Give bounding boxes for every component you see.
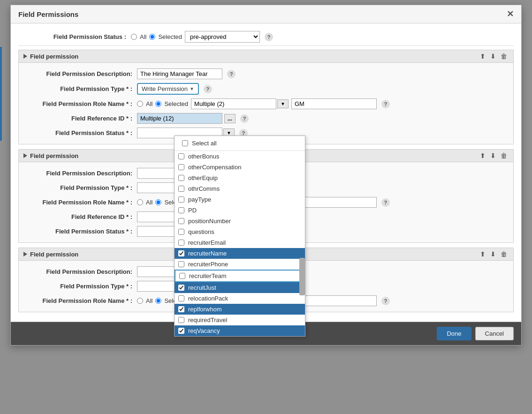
scrollbar-thumb[interactable] bbox=[299, 258, 305, 295]
dropdown-item-label: replforwhom bbox=[188, 306, 222, 313]
dropdown-item-checkbox[interactable] bbox=[178, 186, 184, 192]
dropdown-item-label: othrComms bbox=[188, 185, 220, 192]
section-1-type-help-icon[interactable]: ? bbox=[204, 85, 212, 93]
section-2-down-btn[interactable]: ⬇ bbox=[489, 152, 497, 159]
section-1-role-help-icon[interactable]: ? bbox=[381, 100, 390, 108]
dropdown-item[interactable]: replforwhom bbox=[175, 304, 305, 315]
dropdown-item-checkbox[interactable] bbox=[178, 218, 184, 224]
section-1-role-radio-selected-label: Selected bbox=[164, 100, 188, 107]
dropdown-item[interactable]: recruitJust bbox=[175, 282, 305, 293]
section-2-description-label: Field Permission Description: bbox=[24, 170, 137, 177]
section-1-delete-btn[interactable]: 🗑 bbox=[499, 53, 509, 60]
dropdown-item[interactable]: recruiterEmail bbox=[175, 237, 305, 248]
dropdown-item[interactable]: recruiterTeam bbox=[175, 270, 305, 282]
close-button[interactable]: ✕ bbox=[507, 9, 514, 19]
dropdown-item-checkbox[interactable] bbox=[178, 250, 184, 256]
dropdown-item-checkbox[interactable] bbox=[178, 261, 184, 267]
dropdown-item[interactable]: otherBonus bbox=[175, 151, 305, 162]
section-1-type-value: Write Permission ▼ ? bbox=[137, 83, 508, 95]
dropdown-item[interactable]: recruiterPhone bbox=[175, 259, 305, 270]
section-1-role-label: Field Permission Role Name * : bbox=[24, 100, 137, 107]
dropdown-item[interactable]: otherEquip bbox=[175, 173, 305, 183]
section-3-role-radio-selected[interactable] bbox=[155, 298, 161, 304]
dropdown-item[interactable]: questions bbox=[175, 226, 305, 237]
dropdown-item-checkbox[interactable] bbox=[178, 317, 184, 323]
section-1-role-radio-all[interactable] bbox=[137, 101, 143, 107]
section-1-type-label: Field Permission Type * : bbox=[24, 85, 137, 92]
left-accent-bar bbox=[0, 47, 2, 141]
section-1-role-dropdown-arrow-btn[interactable]: ▼ bbox=[277, 99, 289, 108]
dropdown-item-checkbox[interactable] bbox=[178, 153, 184, 159]
select-all-item[interactable]: Select all bbox=[178, 138, 301, 149]
dropdown-item[interactable]: PD bbox=[175, 205, 305, 216]
section-1-down-btn[interactable]: ⬇ bbox=[489, 53, 497, 60]
section-1-description-row: Field Permission Description: ? bbox=[24, 67, 508, 81]
top-status-help-icon[interactable]: ? bbox=[265, 33, 273, 41]
dropdown-item[interactable]: othrComms bbox=[175, 183, 305, 194]
section-1-description-help-icon[interactable]: ? bbox=[227, 70, 236, 78]
section-1-role-gm-input[interactable] bbox=[291, 98, 377, 109]
cancel-button[interactable]: Cancel bbox=[475, 327, 514, 340]
section-3-role-radio-all-label: All bbox=[146, 297, 152, 304]
section-1-description-value: ? bbox=[137, 68, 508, 79]
top-status-dropdown[interactable]: pre-approved approved pending bbox=[185, 31, 260, 43]
section-1-refid-browse-btn[interactable]: ... bbox=[224, 114, 236, 123]
dropdown-item-checkbox[interactable] bbox=[178, 207, 184, 213]
dropdown-item-checkbox[interactable] bbox=[178, 229, 184, 235]
dropdown-item-label: otherBonus bbox=[188, 153, 220, 160]
dropdown-item-checkbox[interactable] bbox=[178, 175, 184, 181]
section-3-delete-btn[interactable]: 🗑 bbox=[499, 250, 509, 258]
section-1-refid-row: Field Reference ID * : ... ? bbox=[24, 111, 508, 126]
section-1-refid-label: Field Reference ID * : bbox=[24, 115, 137, 122]
dropdown-item-checkbox[interactable] bbox=[178, 306, 184, 312]
section-3-actions: ⬆ ⬇ 🗑 bbox=[479, 250, 509, 258]
dropdown-item-checkbox[interactable] bbox=[178, 240, 184, 246]
section-3-type-label: Field Permission Type * : bbox=[24, 283, 137, 290]
section-1-up-btn[interactable]: ⬆ bbox=[479, 53, 487, 60]
section-1-description-input[interactable] bbox=[137, 68, 222, 79]
select-all-checkbox[interactable] bbox=[182, 140, 188, 146]
section-3-collapse-icon[interactable] bbox=[23, 252, 27, 256]
dropdown-item[interactable]: reqVacancy bbox=[175, 325, 305, 336]
section-2-up-btn[interactable]: ⬆ bbox=[479, 152, 487, 159]
section-1-role-value: All Selected ▼ ? bbox=[137, 98, 508, 109]
status-radio-all-label: All bbox=[140, 33, 146, 40]
section-2-collapse-icon[interactable] bbox=[23, 153, 27, 158]
section-2-role-help-icon[interactable]: ? bbox=[381, 198, 390, 207]
section-2-role-radio-all[interactable] bbox=[137, 199, 143, 205]
section-1-type-dropdown[interactable]: Write Permission ▼ bbox=[137, 83, 199, 95]
dropdown-items-container: otherBonusotherCompensationotherEquipoth… bbox=[175, 151, 305, 336]
section-1-role-radio-selected[interactable] bbox=[155, 101, 161, 107]
dropdown-item-checkbox[interactable] bbox=[178, 196, 184, 203]
dropdown-item[interactable]: requiredTravel bbox=[175, 315, 305, 325]
dropdown-item-label: recruitJust bbox=[188, 284, 216, 291]
section-1-role-dropdown-input[interactable] bbox=[191, 98, 276, 109]
done-button[interactable]: Done bbox=[437, 327, 471, 340]
dropdown-item-checkbox[interactable] bbox=[179, 273, 185, 279]
section-1-refid-input[interactable] bbox=[137, 113, 222, 124]
dropdown-item[interactable]: recruiterName bbox=[175, 248, 305, 259]
status-radio-all[interactable] bbox=[131, 34, 137, 40]
section-3-down-btn[interactable]: ⬇ bbox=[489, 250, 497, 258]
section-2-delete-btn[interactable]: 🗑 bbox=[499, 152, 509, 159]
section-3-up-btn[interactable]: ⬆ bbox=[479, 250, 487, 258]
dropdown-item-checkbox[interactable] bbox=[178, 164, 184, 170]
status-radio-selected[interactable] bbox=[149, 34, 155, 40]
dropdown-item[interactable]: otherCompensation bbox=[175, 162, 305, 173]
section-3-role-help-icon[interactable]: ? bbox=[381, 297, 390, 305]
dropdown-item-label: requiredTravel bbox=[188, 316, 227, 324]
section-1-refid-help-icon[interactable]: ? bbox=[240, 114, 249, 123]
section-3-role-radio-all[interactable] bbox=[137, 298, 143, 304]
dropdown-item-checkbox[interactable] bbox=[178, 328, 184, 334]
section-1: Field permission ⬆ ⬇ 🗑 Field Permission … bbox=[18, 50, 514, 144]
dropdown-item-label: recruiterPhone bbox=[188, 261, 228, 268]
section-1-collapse-icon[interactable] bbox=[23, 54, 27, 59]
section-2-role-label: Field Permission Role Name * : bbox=[24, 199, 137, 206]
dropdown-item-checkbox[interactable] bbox=[178, 295, 184, 301]
dropdown-item[interactable]: positionNumber bbox=[175, 216, 305, 226]
dropdown-item-checkbox[interactable] bbox=[178, 285, 184, 291]
dropdown-item[interactable]: payType bbox=[175, 194, 305, 205]
dropdown-item[interactable]: relocationPack bbox=[175, 293, 305, 304]
section-2-role-radio-selected[interactable] bbox=[155, 199, 161, 205]
top-status-row: Field Permission Status : All Selected p… bbox=[18, 28, 514, 46]
